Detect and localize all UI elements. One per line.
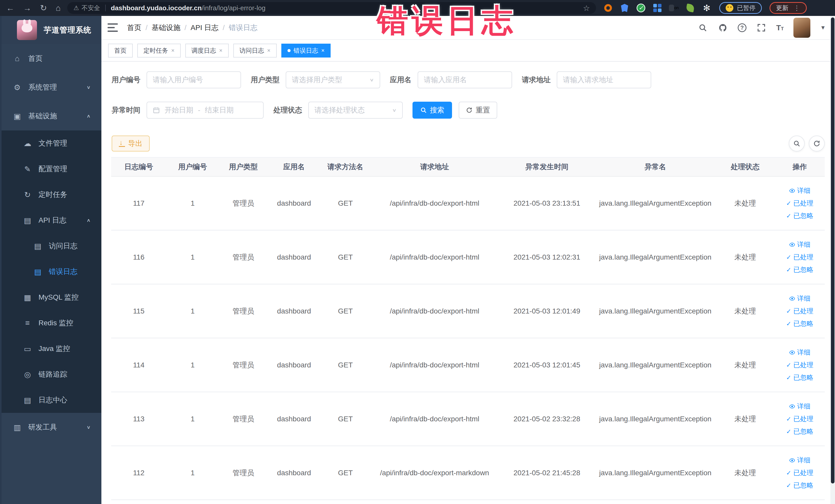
security-warning[interactable]: ⚠ 不安全 [74, 4, 100, 12]
processed-link[interactable]: ✓已处理 [786, 415, 813, 423]
processed-link[interactable]: ✓已处理 [786, 199, 813, 208]
sidebar-item-mysql[interactable]: ▦MySQL 监控 [2, 284, 101, 310]
close-icon[interactable]: × [321, 47, 325, 54]
reset-button[interactable]: 重置 [459, 102, 497, 119]
detail-link[interactable]: 详细 [789, 402, 811, 411]
breadcrumb-item[interactable]: 基础设施 [152, 23, 180, 33]
content: 用户编号请输入用户编号用户类型请选择用户类型∨应用名请输入应用名请求地址请输入请… [101, 62, 835, 504]
font-size-icon[interactable]: TT [776, 23, 784, 32]
hamburger-icon[interactable] [107, 23, 118, 32]
cell-exception: java.lang.IllegalArgumentException [595, 253, 716, 261]
sidebar-item-cloud[interactable]: ☁文件管理 [2, 130, 101, 156]
cell-actions: 详细✓已处理✓已忽略 [775, 240, 825, 274]
sidebar-item-monitor[interactable]: ▣基础设施∧ [2, 102, 101, 130]
reload-icon[interactable]: ↻ [40, 4, 47, 12]
tab-view[interactable]: 访问日志× [233, 44, 277, 58]
detail-link[interactable]: 详细 [789, 240, 811, 249]
export-button[interactable]: 导出 [111, 136, 150, 152]
user-avatar[interactable] [793, 18, 810, 38]
breadcrumb-separator: / [185, 24, 187, 32]
date-range-input[interactable]: 开始日期 - 结束日期 [147, 102, 264, 119]
sidebar-item-redis[interactable]: ≡Redis 监控 [2, 310, 101, 336]
extension-switch-icon[interactable]: on [669, 3, 679, 13]
filter-select[interactable]: 请选择用户类型∨ [286, 72, 380, 88]
cell-time: 2021-05-02 23:32:28 [499, 415, 595, 423]
placeholder-text: 请选择用户类型 [292, 75, 342, 85]
avatar-caret-icon[interactable]: ▼ [820, 24, 826, 31]
ignored-link[interactable]: ✓已忽略 [786, 211, 813, 220]
extension-green-icon[interactable]: ✓ [636, 3, 646, 13]
monitor-icon: ▣ [12, 112, 23, 121]
github-icon[interactable] [718, 23, 728, 33]
tab-home[interactable]: 首页 [108, 44, 133, 58]
tab-view[interactable]: 错误日志× [281, 44, 331, 58]
processed-link[interactable]: ✓已处理 [786, 361, 813, 369]
sidebar-item-edit[interactable]: ✎配置管理 [2, 156, 101, 182]
detail-link[interactable]: 详细 [789, 186, 811, 195]
home-icon[interactable]: ⌂ [56, 4, 61, 12]
app: 芋道管理系统 ⌂首页⚙系统管理∨▣基础设施∧☁文件管理✎配置管理↻定时任务▤AP… [0, 16, 835, 504]
processed-link[interactable]: ✓已处理 [786, 468, 813, 477]
search-icon[interactable] [698, 23, 708, 33]
chevron-up-icon: ∧ [86, 218, 90, 223]
tab-view[interactable]: 定时任务× [137, 44, 181, 58]
detail-link[interactable]: 详细 [789, 294, 811, 303]
scrollbar-thumb[interactable] [831, 18, 834, 483]
browser-menu-icon[interactable]: ⋮ [793, 4, 800, 12]
sidebar-item-log[interactable]: ▤API 日志∧ [2, 207, 101, 233]
paused-extension-badge[interactable]: 已暂停 [719, 2, 762, 14]
ignored-link[interactable]: ✓已忽略 [786, 427, 813, 436]
sidebar-item-timer[interactable]: ↻定时任务 [2, 182, 101, 207]
sidebar-logo[interactable]: 芋道管理系统 [2, 16, 101, 44]
sidebar-item-log-center[interactable]: ▤日志中心 [2, 387, 101, 413]
help-icon[interactable]: ? [738, 23, 747, 32]
search-button[interactable]: 搜索 [412, 102, 452, 119]
app-title: 芋道管理系统 [44, 25, 91, 36]
browser-update-button[interactable]: 更新 ⋮ [770, 2, 807, 14]
sidebar-item-access-log[interactable]: ▤访问日志 [2, 233, 101, 259]
sidebar-item-home[interactable]: ⌂首页 [2, 44, 101, 73]
sidebar-item-toolbox[interactable]: ▥研发工具∨ [2, 413, 101, 442]
bookmark-star-icon[interactable]: ☆ [583, 4, 590, 13]
detail-link[interactable]: 详细 [789, 456, 811, 465]
ignored-link[interactable]: ✓已忽略 [786, 481, 813, 490]
breadcrumb-item[interactable]: 首页 [127, 23, 141, 33]
forward-icon[interactable]: → [23, 4, 31, 12]
close-icon[interactable]: × [219, 47, 223, 54]
sidebar-item-label: API 日志 [39, 216, 66, 225]
extension-grid-icon[interactable] [652, 3, 662, 13]
scrollbar[interactable] [830, 16, 835, 504]
breadcrumb-item[interactable]: API 日志 [191, 23, 219, 33]
toggle-search-button[interactable] [789, 136, 805, 152]
refresh-table-button[interactable] [809, 136, 825, 152]
filter-item: 请求地址请输入请求地址 [522, 72, 651, 88]
close-icon[interactable]: × [267, 47, 270, 54]
tab-view[interactable]: 调度日志× [185, 44, 229, 58]
processed-link[interactable]: ✓已处理 [786, 253, 813, 262]
sidebar-item-gear[interactable]: ⚙系统管理∨ [2, 73, 101, 102]
processed-link[interactable]: ✓已处理 [786, 306, 813, 316]
filter-input[interactable]: 请输入用户编号 [147, 72, 241, 88]
back-icon[interactable]: ← [6, 4, 14, 12]
filter-time: 异常时间 开始日期 - 结束日期 [111, 102, 264, 119]
ignored-link[interactable]: ✓已忽略 [786, 373, 813, 382]
ignored-link[interactable]: ✓已忽略 [786, 265, 813, 274]
sidebar-item-trace[interactable]: ◎链路追踪 [2, 362, 101, 387]
detail-link[interactable]: 详细 [789, 348, 811, 357]
status-select[interactable]: 请选择处理状态 ∨ [308, 102, 403, 119]
extension-shield-icon[interactable] [619, 3, 629, 13]
extensions: ✓ on ✻ [603, 3, 712, 13]
extension-ring-icon[interactable] [603, 3, 613, 13]
cell-time: 2021-05-03 12:02:31 [499, 253, 595, 261]
ignored-link[interactable]: ✓已忽略 [786, 319, 813, 328]
close-icon[interactable]: × [171, 47, 175, 54]
cell-status: 未处理 [716, 199, 775, 208]
filter-input[interactable]: 请输入请求地址 [557, 72, 651, 88]
filter-input[interactable]: 请输入应用名 [418, 72, 512, 88]
extension-flower-icon[interactable]: ✻ [702, 3, 712, 13]
sidebar-item-java[interactable]: ▭Java 监控 [2, 336, 101, 362]
sidebar-item-error-log[interactable]: ▤错误日志 [2, 259, 101, 284]
fullscreen-icon[interactable] [756, 23, 767, 33]
address-bar[interactable]: ⚠ 不安全 dashboard.yudao.iocoder.cn/infra/l… [67, 2, 596, 14]
extension-leaf-icon[interactable] [685, 3, 695, 13]
